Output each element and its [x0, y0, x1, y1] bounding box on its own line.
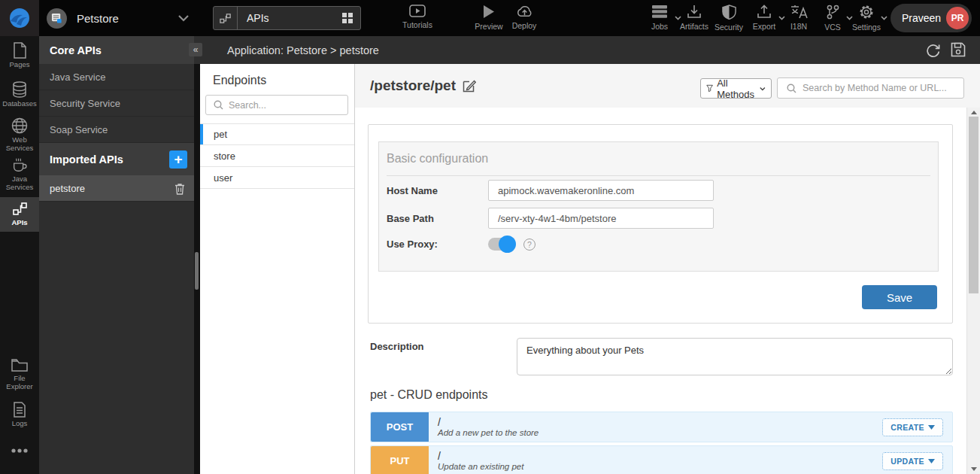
endpoints-search[interactable] — [205, 95, 348, 115]
put-method-badge: PUT — [371, 446, 429, 474]
artifacts-label: Artifacts — [680, 22, 708, 31]
chevron-down-icon — [177, 14, 190, 22]
folder-icon — [11, 358, 28, 372]
vcs-button[interactable]: VCS — [818, 5, 847, 32]
settings-button[interactable]: Settings — [848, 5, 884, 32]
grid-icon[interactable] — [341, 12, 353, 24]
translate-icon — [790, 5, 808, 19]
export-button[interactable]: Export — [748, 5, 781, 31]
host-name-input[interactable] — [488, 180, 714, 201]
wave-logo-icon — [8, 6, 32, 30]
wavemaker-logo[interactable] — [0, 0, 39, 36]
rail-item-logs[interactable]: Logs — [0, 402, 39, 428]
method-path: / — [438, 417, 882, 428]
download-icon — [687, 5, 702, 19]
main-scrollbar-track[interactable] — [966, 108, 980, 474]
jobs-button[interactable]: Jobs — [644, 5, 675, 31]
security-button[interactable]: Security — [711, 5, 746, 32]
youtube-icon — [409, 5, 426, 17]
method-row-put[interactable]: PUT / Update an existing pet UPDATE — [370, 445, 953, 474]
sidebar-item-petstore[interactable]: petstore — [39, 175, 194, 202]
i18n-button[interactable]: I18N — [784, 5, 814, 31]
main-scrollbar-thumb[interactable] — [969, 117, 978, 293]
rail-item-web-services[interactable]: Web Services — [0, 117, 39, 153]
rail-item-file-explorer[interactable]: File Explorer — [0, 358, 39, 391]
methods-filter-select[interactable]: All Methods — [700, 78, 772, 99]
page-icon — [13, 42, 27, 59]
endpoint-item-store[interactable]: store — [200, 145, 354, 167]
sidebar-item-soap-service[interactable]: Soap Service — [39, 117, 194, 143]
user-avatar: PR — [946, 7, 969, 29]
rail-more-button[interactable] — [0, 448, 39, 453]
save-button[interactable]: Save — [862, 285, 937, 309]
project-name: Petstore — [77, 12, 119, 25]
application-header-bar: Application: Petstore > petstore — [194, 36, 980, 64]
method-path: / — [438, 451, 882, 462]
crud-group-title: pet - CRUD endpoints — [370, 388, 488, 402]
use-proxy-label: Use Proxy: — [387, 239, 488, 250]
tutorials-button[interactable]: Tutorials — [391, 5, 444, 29]
deploy-button[interactable]: Deploy — [502, 5, 546, 30]
update-action-button[interactable]: UPDATE — [882, 452, 943, 470]
refresh-button[interactable] — [925, 42, 941, 58]
endpoint-item-user[interactable]: user — [200, 167, 354, 189]
left-rail: Pages Databases Web Services Java Servic… — [0, 36, 39, 474]
scroll-down-arrow[interactable] — [971, 467, 977, 471]
base-path-input[interactable] — [488, 208, 714, 229]
sidebar-scrollbar-thumb[interactable] — [195, 252, 199, 290]
refresh-icon — [925, 42, 941, 58]
description-label: Description — [370, 341, 424, 352]
base-path-label: Base Path — [387, 213, 488, 224]
project-selector[interactable]: Petstore — [47, 0, 190, 36]
main-content: /petstore/pet All Methods Basic configur… — [355, 64, 980, 474]
i18n-label: I18N — [790, 22, 807, 31]
use-proxy-toggle[interactable] — [488, 238, 514, 251]
wavemaker-studio: Petstore APIs Tutorials Preview Deploy — [0, 0, 980, 474]
method-search-input[interactable] — [803, 83, 953, 93]
log-file-icon — [13, 402, 26, 418]
method-row-post[interactable]: POST / Add a new pet to the store CREATE — [370, 412, 953, 442]
tutorials-label: Tutorials — [402, 20, 432, 29]
settings-label: Settings — [852, 23, 881, 32]
workspace-selector[interactable]: APIs — [213, 6, 361, 30]
shield-icon — [722, 5, 736, 20]
create-action-button[interactable]: CREATE — [882, 418, 943, 436]
user-menu[interactable]: Praveen PR — [890, 4, 972, 32]
endpoints-title: Endpoints — [200, 64, 354, 87]
add-api-button[interactable]: + — [169, 150, 187, 169]
rail-item-pages[interactable]: Pages — [0, 42, 39, 69]
method-description: Update an existing pet — [438, 462, 882, 471]
floppy-save-icon — [951, 42, 966, 57]
upload-icon — [757, 5, 772, 19]
edit-icon[interactable] — [463, 79, 476, 93]
ellipsis-icon — [11, 448, 29, 453]
chevron-down-icon — [760, 87, 766, 91]
sidebar-item-security-service[interactable]: Security Service — [39, 90, 194, 117]
method-search[interactable] — [777, 77, 964, 99]
filter-icon — [706, 84, 713, 93]
rail-item-databases[interactable]: Databases — [0, 81, 39, 108]
save-project-button[interactable] — [951, 42, 966, 58]
help-icon: ? — [523, 239, 536, 251]
delete-icon[interactable] — [174, 183, 185, 195]
method-rows: POST / Add a new pet to the store CREATE… — [370, 412, 953, 474]
description-textarea[interactable]: Everything about your Pets — [517, 338, 953, 375]
collapse-sidebar-button[interactable]: « — [189, 43, 202, 56]
basic-configuration-title: Basic configuration — [387, 152, 930, 176]
branch-icon — [826, 5, 840, 20]
workspace-label: APIs — [247, 12, 341, 24]
scroll-up-arrow[interactable] — [971, 111, 977, 114]
artifacts-button[interactable]: Artifacts — [677, 5, 711, 31]
security-label: Security — [715, 23, 743, 32]
top-bar: Petstore APIs Tutorials Preview Deploy — [0, 0, 980, 36]
database-icon — [12, 81, 27, 98]
jobs-label: Jobs — [651, 22, 668, 31]
rail-item-java-services[interactable]: Java Services — [0, 156, 39, 192]
vcs-label: VCS — [824, 23, 841, 32]
rail-item-apis[interactable]: APIs — [0, 197, 39, 232]
sidebar-item-java-service[interactable]: Java Service — [39, 64, 194, 90]
endpoint-item-pet[interactable]: pet — [200, 123, 354, 145]
endpoint-path-title: /petstore/pet — [370, 77, 456, 94]
api-node-icon — [214, 7, 238, 29]
endpoints-search-input[interactable] — [229, 100, 334, 111]
